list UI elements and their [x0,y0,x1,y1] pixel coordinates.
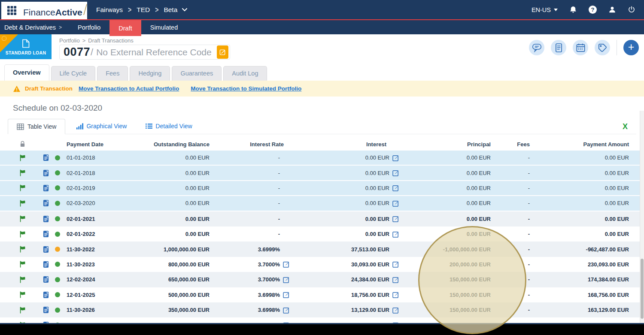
row-document-icon[interactable] [32,184,50,192]
edit-interest-icon[interactable] [392,231,399,238]
tab-guarantees[interactable]: Guarantees [172,66,222,81]
language-selector[interactable]: EN-US [532,6,558,13]
edit-reference-button[interactable] [217,45,228,59]
tags-button[interactable] [595,40,610,55]
table-row[interactable]: 01-01-20180.00 EUR-0.00 EUR0.00 EUR-0.00… [0,151,644,166]
nav-tab-portfolio[interactable]: Portfolio [69,20,109,34]
power-logout-icon[interactable] [628,6,635,14]
payment-amount-cell: 174,384.00 EUR [537,276,638,283]
calendar-button[interactable] [573,40,588,55]
breadcrumb-item[interactable]: TED [136,6,151,14]
interest-cell: 0.00 EUR [290,169,399,176]
interest-cell: 0.00 EUR [290,215,399,222]
table-row[interactable]: 02-01-20190.00 EUR-0.00 EUR0.00 EUR-0.00… [0,181,644,196]
payment-date-cell: 02-01-2018 [64,170,129,176]
edit-rate-icon[interactable] [283,307,290,314]
row-document-icon[interactable] [32,276,50,283]
schedule-title: Schedule on 02-03-2020 [13,103,644,113]
export-excel-icon[interactable]: X [623,123,628,134]
row-document-icon[interactable] [32,215,50,223]
row-document-icon[interactable] [32,199,50,207]
user-account-icon[interactable] [608,6,616,14]
table-row[interactable]: 12-01-2025500,000.00 EUR3.6998%18,756.00… [0,287,644,302]
edit-rate-icon[interactable] [283,276,290,283]
interest-cell: 37,513.00 EUR [290,246,399,253]
table-row[interactable]: 11-30-20221,000,000.00 EUR3.6999%37,513.… [0,241,644,257]
table-row[interactable]: 02-01-20210.00 EUR-0.00 EUR0.00 EUR-0.00… [0,211,644,226]
comments-button[interactable] [529,40,544,55]
payment-amount-cell: 0.00 EUR [537,170,638,176]
tab-fees[interactable]: Fees [97,66,128,81]
flag-icon [0,169,32,176]
fees-cell: - [496,246,537,253]
breadcrumb-item[interactable]: Fairways [95,6,124,14]
edit-interest-icon[interactable] [392,184,399,191]
nav-tab-simulated[interactable]: Simulated [141,20,187,34]
payment-date-cell: 02-01-2021 [64,216,129,222]
chevron-right-icon: > [128,6,131,14]
row-document-icon[interactable] [32,246,50,253]
table-row[interactable]: 11-30-2026350,000.00 EUR3.6998%13,129.00… [0,302,644,317]
draft-warning-banner: Draft Transaction Move Transaction to Ac… [0,81,644,97]
edit-interest-icon[interactable] [392,261,399,268]
nav-section-debt-derivatives[interactable]: Debt & Derivatives> [0,20,69,34]
vertical-scrollbar[interactable] [640,111,644,323]
edit-rate-icon[interactable] [283,291,290,298]
fees-cell: - [496,170,537,176]
move-to-actual-link[interactable]: Move Transaction to Actual Portfolio [79,85,179,92]
edit-interest-icon[interactable] [392,276,399,283]
add-button[interactable]: + [623,40,639,55]
row-document-icon[interactable] [32,291,50,299]
status-dot [50,185,64,190]
col-outstanding-balance: Outstanding Balance [129,141,210,148]
outstanding-balance-cell: 0.00 EUR [129,154,210,161]
edit-interest-icon[interactable] [392,307,399,314]
breadcrumb-item[interactable]: Beta [163,6,178,14]
row-document-icon[interactable] [32,154,50,161]
app-logo[interactable]: FinanceActive [1,2,87,19]
notifications-bell-icon[interactable] [569,6,577,14]
table-row[interactable]: 02-01-20180.00 EUR-0.00 EUR0.00 EUR-0.00… [0,166,644,181]
tab-hedging[interactable]: Hedging [130,66,170,81]
flag-icon [0,291,32,298]
transaction-title: 0077 / No External Reference Code [59,45,230,60]
scrollbar-thumb[interactable] [641,259,644,319]
edit-interest-icon[interactable] [392,154,399,161]
interest-rate-cell: - [210,215,290,222]
view-tab-table[interactable]: Table View [8,119,65,134]
row-document-icon[interactable] [32,230,50,238]
edit-interest-icon[interactable] [392,200,399,207]
row-document-icon[interactable] [32,169,50,177]
row-document-icon[interactable] [32,261,50,268]
fees-cell: - [496,216,537,222]
logo-wordmark: FinanceActive [23,4,87,18]
help-icon[interactable]: ? [589,6,597,14]
payment-amount-cell: 0.00 EUR [537,154,638,161]
view-tab-graphical[interactable]: Graphical View [69,118,134,134]
edit-interest-icon[interactable] [392,291,399,298]
table-row[interactable]: 12-02-2024650,000.00 EUR3.7000%24,384.00… [0,272,644,287]
nav-tab-draft[interactable]: Draft [109,20,141,36]
edit-interest-icon[interactable] [392,215,399,222]
breadcrumb-item[interactable]: Portfolio [59,37,80,44]
tab-overview[interactable]: Overview [4,64,49,81]
table-row[interactable]: 02-01-20220.00 EUR-0.00 EUR0.00 EUR-0.00… [0,226,644,241]
table-row[interactable]: 11-30-2023800,000.00 EUR3.7000%30,093.00… [0,257,644,272]
edit-rate-icon[interactable] [283,261,290,268]
empty-icon-slot [283,169,290,176]
flag-icon [0,154,32,161]
row-document-icon[interactable] [32,306,50,314]
interest-rate-cell: - [210,200,290,207]
edit-interest-icon[interactable] [392,169,399,176]
fees-cell: - [496,154,537,161]
view-tab-detailed[interactable]: Detailed View [138,118,200,134]
chevron-down-icon[interactable] [182,8,187,12]
fees-cell: - [496,276,537,283]
app-launcher-grid-icon[interactable] [7,6,17,15]
tab-life-cycle[interactable]: Life Cycle [51,66,96,81]
move-to-simulated-link[interactable]: Move Transaction to Simulated Portfolio [191,85,301,92]
tab-audit-log[interactable]: Audit Log [223,66,267,81]
principal-cell: 150,000.00 EUR [399,307,496,313]
table-row[interactable]: 02-03-20200.00 EUR-0.00 EUR0.00 EUR-0.00… [0,196,644,211]
documents-button[interactable] [551,40,566,55]
